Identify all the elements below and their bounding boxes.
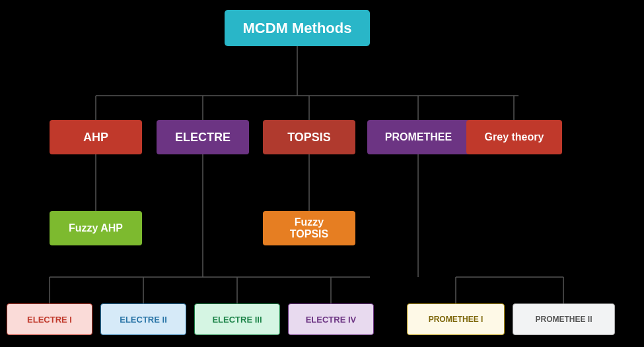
node-promethee[interactable]: PROMETHEE [367, 120, 470, 154]
node-fuzzy-topsis[interactable]: Fuzzy TOPSIS [263, 211, 355, 245]
node-ahp[interactable]: AHP [50, 120, 142, 154]
node-electre-iv[interactable]: ELECTRE IV [288, 303, 374, 335]
node-topsis[interactable]: TOPSIS [263, 120, 355, 154]
mcdm-title: MCDM Methods [225, 10, 370, 46]
node-electre-iii[interactable]: ELECTRE III [194, 303, 280, 335]
node-fuzzy-ahp[interactable]: Fuzzy AHP [50, 211, 142, 245]
node-electre-i[interactable]: ELECTRE I [7, 303, 92, 335]
connector-lines [0, 0, 644, 347]
node-electre-ii[interactable]: ELECTRE II [100, 303, 186, 335]
node-grey-theory[interactable]: Grey theory [466, 120, 562, 154]
node-electre[interactable]: ELECTRE [157, 120, 249, 154]
node-promethee-i[interactable]: PROMETHEE I [407, 303, 505, 335]
node-promethee-ii[interactable]: PROMETHEE II [513, 303, 615, 335]
